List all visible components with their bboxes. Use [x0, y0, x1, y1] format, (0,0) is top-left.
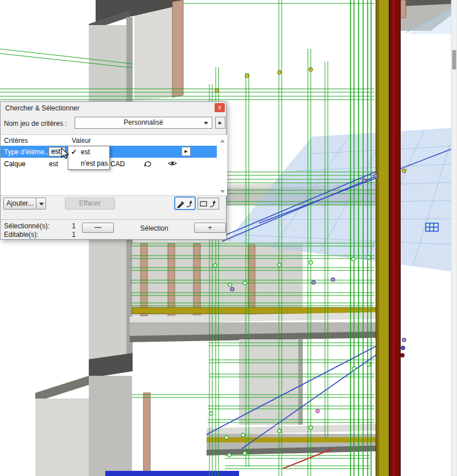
criteria-set-value: Personnalisé [123, 118, 163, 126]
mouse-cursor [61, 147, 71, 160]
editable-count-label: Editable(s): [4, 231, 39, 239]
eye-icon[interactable] [168, 160, 177, 169]
chevron-down-icon [39, 203, 44, 206]
criteria-set-combobox[interactable]: Personnalisé [75, 117, 212, 129]
viewport-scrollbar[interactable] [451, 0, 457, 476]
eyedropper-icon [176, 199, 194, 208]
criterion-name: Calque [4, 160, 26, 168]
footer-separator [1, 219, 226, 220]
menu-item-nest-pas[interactable]: n'est pas [68, 158, 109, 169]
criterion-name: Type d'éléme... [4, 148, 50, 156]
dialog-title: Chercher & Sélectionner [5, 104, 80, 112]
check-icon: ✓ [71, 146, 77, 158]
dialog-titlebar[interactable]: Chercher & Sélectionner x [1, 102, 226, 114]
selected-count-value: 1 [63, 222, 76, 230]
criteria-set-flyout-button[interactable]: ▶ [215, 117, 225, 129]
curved-arrow-icon[interactable] [143, 159, 152, 169]
menu-item-label: est [81, 148, 90, 156]
menu-item-est[interactable]: ✓ est [68, 146, 109, 158]
column-header-valeur: Valeur [72, 137, 91, 145]
scroll-up-icon[interactable] [220, 139, 225, 142]
add-selection-button[interactable]: + [194, 223, 226, 233]
find-select-dialog: Chercher & Sélectionner x Nom jeu de cri… [0, 101, 227, 240]
criteria-set-label: Nom jeu de critères : [4, 120, 67, 128]
vertical-bands [376, 0, 401, 476]
scroll-down-icon[interactable] [220, 190, 225, 193]
close-button[interactable]: x [215, 103, 225, 112]
marquee-pick-button[interactable] [197, 198, 219, 210]
list-scrollbar[interactable] [219, 139, 226, 193]
editable-count-value: 1 [63, 231, 76, 239]
add-dropdown-button[interactable] [36, 198, 46, 210]
value-text: CAD [110, 160, 125, 168]
operator-dropdown-menu: ✓ est n'est pas [68, 146, 110, 170]
remove-selection-button[interactable]: — [82, 223, 114, 233]
clear-button[interactable]: Effacer [65, 198, 115, 210]
eyedropper-pick-button[interactable] [174, 196, 196, 210]
criteria-list: Critères Valeur Type d'éléme... est ▸ ▶ … [1, 134, 227, 196]
menu-item-label: n'est pas [81, 159, 108, 167]
chevron-down-icon [204, 122, 208, 125]
column-header-criteres: Critères [4, 137, 28, 145]
add-button[interactable]: Ajouter... [3, 198, 36, 210]
scrollbar-thumb [452, 50, 456, 69]
row-flyout-button[interactable]: ▶ [182, 147, 191, 156]
selected-count-label: Sélectionné(s): [4, 222, 50, 230]
operator-label: est [51, 147, 60, 155]
selection-label: Sélection [131, 224, 177, 232]
marquee-icon [199, 199, 217, 208]
operator-text: est [49, 160, 58, 168]
application-window: Chercher & Sélectionner x Nom jeu de cri… [0, 0, 457, 476]
